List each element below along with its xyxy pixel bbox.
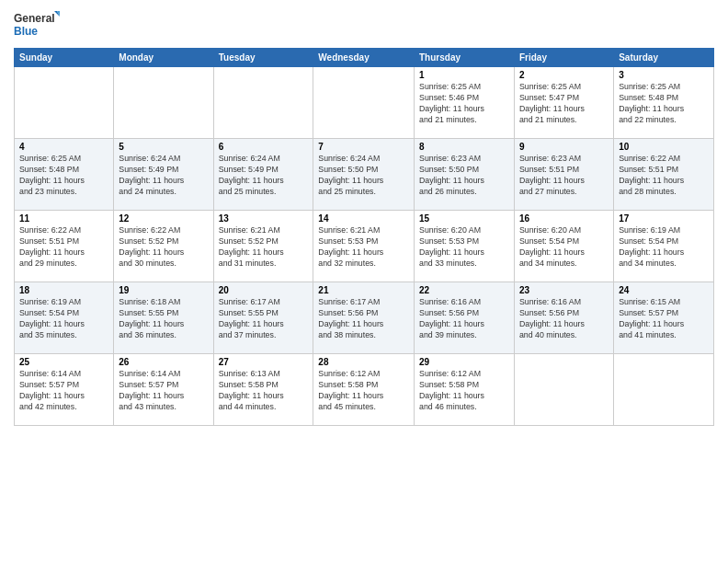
day-number: 10 (619, 142, 709, 152)
calendar-header-row: SundayMondayTuesdayWednesdayThursdayFrid… (15, 49, 714, 67)
day-info: Sunrise: 6:15 AM Sunset: 5:57 PM Dayligh… (619, 297, 709, 341)
day-number: 6 (219, 142, 309, 152)
calendar-cell: 9Sunrise: 6:23 AM Sunset: 5:51 PM Daylig… (514, 139, 613, 211)
day-info: Sunrise: 6:17 AM Sunset: 5:56 PM Dayligh… (318, 297, 409, 341)
day-number: 20 (219, 285, 309, 295)
logo: General Blue (14, 9, 60, 42)
day-number: 24 (619, 285, 709, 295)
day-info: Sunrise: 6:21 AM Sunset: 5:52 PM Dayligh… (219, 225, 309, 270)
svg-text:Blue: Blue (14, 25, 38, 38)
header-monday: Monday (114, 49, 213, 67)
day-info: Sunrise: 6:25 AM Sunset: 5:48 PM Dayligh… (19, 154, 108, 198)
day-number: 4 (19, 142, 108, 152)
calendar-cell: 15Sunrise: 6:20 AM Sunset: 5:53 PM Dayli… (415, 211, 515, 282)
calendar-cell: 19Sunrise: 6:18 AM Sunset: 5:55 PM Dayli… (114, 282, 213, 354)
calendar-cell: 26Sunrise: 6:14 AM Sunset: 5:57 PM Dayli… (114, 354, 213, 426)
week-row-5: 25Sunrise: 6:14 AM Sunset: 5:57 PM Dayli… (15, 354, 714, 426)
day-number: 19 (119, 285, 208, 295)
day-number: 22 (419, 285, 509, 295)
day-info: Sunrise: 6:12 AM Sunset: 5:58 PM Dayligh… (419, 369, 509, 413)
day-info: Sunrise: 6:20 AM Sunset: 5:54 PM Dayligh… (519, 225, 609, 270)
day-number: 2 (519, 70, 609, 80)
calendar-cell: 7Sunrise: 6:24 AM Sunset: 5:50 PM Daylig… (313, 139, 415, 211)
day-number: 1 (419, 70, 509, 80)
day-number: 12 (119, 213, 208, 224)
day-info: Sunrise: 6:25 AM Sunset: 5:48 PM Dayligh… (619, 82, 709, 126)
day-info: Sunrise: 6:13 AM Sunset: 5:58 PM Dayligh… (219, 369, 309, 413)
day-info: Sunrise: 6:23 AM Sunset: 5:50 PM Dayligh… (419, 154, 509, 198)
day-info: Sunrise: 6:24 AM Sunset: 5:50 PM Dayligh… (318, 154, 409, 198)
calendar-cell: 8Sunrise: 6:23 AM Sunset: 5:50 PM Daylig… (415, 139, 515, 211)
calendar-cell (313, 67, 415, 139)
header-wednesday: Wednesday (313, 49, 415, 67)
day-info: Sunrise: 6:22 AM Sunset: 5:51 PM Dayligh… (619, 154, 709, 198)
day-info: Sunrise: 6:24 AM Sunset: 5:49 PM Dayligh… (119, 154, 208, 198)
day-info: Sunrise: 6:22 AM Sunset: 5:51 PM Dayligh… (19, 225, 108, 270)
day-info: Sunrise: 6:19 AM Sunset: 5:54 PM Dayligh… (619, 225, 709, 270)
calendar-cell: 1Sunrise: 6:25 AM Sunset: 5:46 PM Daylig… (415, 67, 515, 139)
calendar-cell: 23Sunrise: 6:16 AM Sunset: 5:56 PM Dayli… (514, 282, 613, 354)
calendar-cell: 28Sunrise: 6:12 AM Sunset: 5:58 PM Dayli… (313, 354, 415, 426)
calendar-cell: 3Sunrise: 6:25 AM Sunset: 5:48 PM Daylig… (614, 67, 714, 139)
page: General Blue SundayMondayTuesdayWednesda… (0, 0, 728, 563)
day-info: Sunrise: 6:23 AM Sunset: 5:51 PM Dayligh… (519, 154, 609, 198)
calendar-cell: 11Sunrise: 6:22 AM Sunset: 5:51 PM Dayli… (15, 211, 114, 282)
day-info: Sunrise: 6:17 AM Sunset: 5:55 PM Dayligh… (219, 297, 309, 341)
day-number: 15 (419, 213, 509, 224)
day-info: Sunrise: 6:21 AM Sunset: 5:53 PM Dayligh… (318, 225, 409, 270)
logo-svg: General Blue (14, 9, 60, 42)
week-row-4: 18Sunrise: 6:19 AM Sunset: 5:54 PM Dayli… (15, 282, 714, 354)
day-info: Sunrise: 6:19 AM Sunset: 5:54 PM Dayligh… (19, 297, 108, 341)
header-sunday: Sunday (15, 49, 114, 67)
calendar-cell: 6Sunrise: 6:24 AM Sunset: 5:49 PM Daylig… (213, 139, 313, 211)
header-tuesday: Tuesday (213, 49, 313, 67)
week-row-2: 4Sunrise: 6:25 AM Sunset: 5:48 PM Daylig… (15, 139, 714, 211)
day-number: 25 (19, 357, 108, 367)
calendar-cell: 10Sunrise: 6:22 AM Sunset: 5:51 PM Dayli… (614, 139, 714, 211)
calendar-cell: 5Sunrise: 6:24 AM Sunset: 5:49 PM Daylig… (114, 139, 213, 211)
calendar-cell (15, 67, 114, 139)
day-number: 16 (519, 213, 609, 224)
day-info: Sunrise: 6:25 AM Sunset: 5:46 PM Dayligh… (419, 82, 509, 126)
calendar-cell: 12Sunrise: 6:22 AM Sunset: 5:52 PM Dayli… (114, 211, 213, 282)
calendar-table: SundayMondayTuesdayWednesdayThursdayFrid… (14, 48, 714, 426)
header-thursday: Thursday (415, 49, 515, 67)
calendar-cell: 4Sunrise: 6:25 AM Sunset: 5:48 PM Daylig… (15, 139, 114, 211)
day-number: 5 (119, 142, 208, 152)
day-info: Sunrise: 6:14 AM Sunset: 5:57 PM Dayligh… (119, 369, 208, 413)
day-number: 13 (219, 213, 309, 224)
calendar-cell (213, 67, 313, 139)
calendar-cell: 22Sunrise: 6:16 AM Sunset: 5:56 PM Dayli… (415, 282, 515, 354)
header: General Blue (14, 9, 714, 42)
calendar-cell: 29Sunrise: 6:12 AM Sunset: 5:58 PM Dayli… (415, 354, 515, 426)
day-info: Sunrise: 6:24 AM Sunset: 5:49 PM Dayligh… (219, 154, 309, 198)
calendar-cell (114, 67, 213, 139)
calendar-cell: 27Sunrise: 6:13 AM Sunset: 5:58 PM Dayli… (213, 354, 313, 426)
day-info: Sunrise: 6:25 AM Sunset: 5:47 PM Dayligh… (519, 82, 609, 126)
calendar-cell: 13Sunrise: 6:21 AM Sunset: 5:52 PM Dayli… (213, 211, 313, 282)
day-info: Sunrise: 6:14 AM Sunset: 5:57 PM Dayligh… (19, 369, 108, 413)
day-number: 17 (619, 213, 709, 224)
day-info: Sunrise: 6:18 AM Sunset: 5:55 PM Dayligh… (119, 297, 208, 341)
day-number: 28 (318, 357, 409, 367)
calendar-cell: 21Sunrise: 6:17 AM Sunset: 5:56 PM Dayli… (313, 282, 415, 354)
day-number: 3 (619, 70, 709, 80)
day-info: Sunrise: 6:20 AM Sunset: 5:53 PM Dayligh… (419, 225, 509, 270)
calendar-cell: 18Sunrise: 6:19 AM Sunset: 5:54 PM Dayli… (15, 282, 114, 354)
header-saturday: Saturday (614, 49, 714, 67)
calendar-cell (514, 354, 613, 426)
week-row-3: 11Sunrise: 6:22 AM Sunset: 5:51 PM Dayli… (15, 211, 714, 282)
calendar-cell: 16Sunrise: 6:20 AM Sunset: 5:54 PM Dayli… (514, 211, 613, 282)
calendar-cell: 25Sunrise: 6:14 AM Sunset: 5:57 PM Dayli… (15, 354, 114, 426)
day-number: 26 (119, 357, 208, 367)
day-number: 11 (19, 213, 108, 224)
calendar-cell: 2Sunrise: 6:25 AM Sunset: 5:47 PM Daylig… (514, 67, 613, 139)
day-number: 23 (519, 285, 609, 295)
calendar-cell (614, 354, 714, 426)
calendar-cell: 17Sunrise: 6:19 AM Sunset: 5:54 PM Dayli… (614, 211, 714, 282)
calendar-cell: 24Sunrise: 6:15 AM Sunset: 5:57 PM Dayli… (614, 282, 714, 354)
day-number: 9 (519, 142, 609, 152)
day-number: 18 (19, 285, 108, 295)
calendar-cell: 20Sunrise: 6:17 AM Sunset: 5:55 PM Dayli… (213, 282, 313, 354)
day-info: Sunrise: 6:16 AM Sunset: 5:56 PM Dayligh… (419, 297, 509, 341)
